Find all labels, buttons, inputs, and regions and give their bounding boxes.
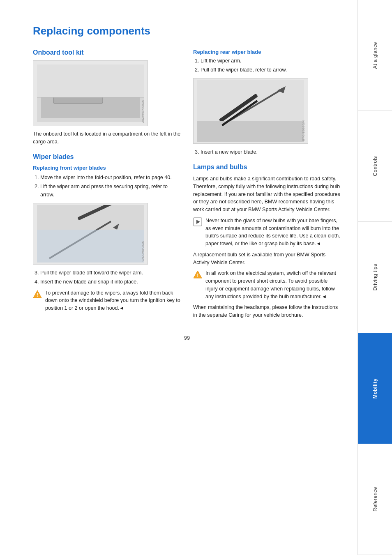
front-wiper-steps: Move the wiper into the fold-out positio… <box>33 173 181 199</box>
svg-text:!: ! <box>37 292 38 297</box>
lamps-replacement-set: A replacement bulb set is available from… <box>193 251 341 267</box>
svg-rect-8 <box>37 64 144 97</box>
page-title: Replacing components <box>33 25 341 37</box>
front-wiper-subtitle: Replacing front wiper blades <box>33 165 181 171</box>
svg-marker-22 <box>196 220 200 224</box>
onboard-tool-kit-body: The onboard tool kit is located in a com… <box>33 130 181 146</box>
onboard-tool-kit-image: WA/PDK53/04N <box>33 60 148 126</box>
sidebar: At a glance Controls Driving tips Mobili… <box>357 0 392 555</box>
wiper-blades-title: Wiper blades <box>33 153 181 161</box>
lamps-warning-box: ! In all work on the electrical system, … <box>193 269 341 300</box>
onboard-image-watermark: WA/PDK53/04N <box>141 100 145 123</box>
rear-wiper-subtitle: Replacing rear wiper blade <box>193 49 341 55</box>
lamps-headlamps-text: When maintaining the headlamps, please f… <box>193 304 341 319</box>
rear-wiper-step-2: Pull off the wiper blade, refer to arrow… <box>201 66 341 74</box>
lamps-warning-triangle-icon: ! <box>193 270 202 279</box>
sidebar-label-driving-tips: Driving tips <box>372 264 378 290</box>
front-wiper-step-2: Lift the wiper arm and press the securin… <box>40 182 181 199</box>
sidebar-section-controls[interactable]: Controls <box>358 111 392 222</box>
lamps-note-text: Never touch the glass of new bulbs with … <box>205 217 341 248</box>
rear-wiper-step-1: Lift the wiper arm. <box>201 57 341 65</box>
sidebar-section-driving-tips[interactable]: Driving tips <box>358 222 392 333</box>
lamps-intro: Lamps and bulbs make a significant contr… <box>193 175 341 214</box>
rear-wiper-steps-continued: Insert a new wiper blade. <box>193 148 341 156</box>
lamps-note-box: Never touch the glass of new bulbs with … <box>193 217 341 248</box>
rear-wiper-steps: Lift the wiper arm. Pull off the wiper b… <box>193 57 341 74</box>
front-wiper-step-3: Pull the wiper blade off toward the wipe… <box>40 269 181 277</box>
front-wiper-warning-box: ! To prevent damage to the wipers, alway… <box>33 289 181 312</box>
onboard-tool-kit-title: Onboard tool kit <box>33 49 181 56</box>
sidebar-section-at-a-glance[interactable]: At a glance <box>358 0 392 111</box>
front-wiper-steps-continued: Pull the wiper blade off toward the wipe… <box>33 269 181 286</box>
sidebar-label-reference: Reference <box>372 487 378 511</box>
sidebar-label-mobility: Mobility <box>372 378 378 398</box>
page-number: 99 <box>33 335 341 341</box>
onboard-image-svg <box>37 64 144 122</box>
note-play-icon <box>193 217 202 226</box>
front-wiper-step-1: Move the wiper into the fold-out positio… <box>40 173 181 182</box>
front-wiper-image: WA/WBC/04N <box>33 203 148 265</box>
front-wiper-step-4: Insert the new blade and snap it into pl… <box>40 278 181 286</box>
rear-wiper-step-3: Insert a new wiper blade. <box>201 148 341 156</box>
sidebar-section-mobility[interactable]: Mobility <box>358 333 392 444</box>
front-wiper-image-watermark: WA/WBC/04N <box>141 241 145 261</box>
rear-wiper-image: BTC/15G20/N <box>193 78 308 144</box>
sidebar-label-controls: Controls <box>372 156 378 176</box>
svg-rect-13 <box>37 230 144 263</box>
warning-triangle-icon: ! <box>33 290 42 299</box>
svg-text:!: ! <box>197 273 198 278</box>
lamps-and-bulbs-title: Lamps and bulbs <box>193 164 341 171</box>
svg-rect-19 <box>197 121 304 142</box>
front-wiper-svg <box>37 205 144 263</box>
sidebar-section-reference[interactable]: Reference <box>358 444 392 555</box>
rear-wiper-svg <box>197 80 304 142</box>
front-wiper-warning-text: To prevent damage to the wipers, always … <box>45 289 181 312</box>
rear-wiper-image-watermark: BTC/15G20/N <box>302 120 305 141</box>
lamps-warning-text: In all work on the electrical system, sw… <box>205 269 341 300</box>
sidebar-label-at-a-glance: At a glance <box>372 42 378 69</box>
